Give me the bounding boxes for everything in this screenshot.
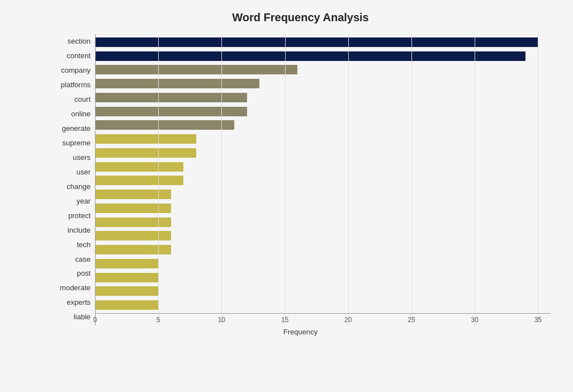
bar-row bbox=[95, 161, 551, 172]
bar-row bbox=[95, 244, 551, 256]
x-tick-label: 35 bbox=[534, 316, 542, 324]
bar-fill bbox=[95, 231, 171, 240]
bar-fill bbox=[95, 120, 234, 130]
bar-row bbox=[95, 258, 551, 269]
bar-row bbox=[95, 300, 551, 311]
y-axis-label: liable bbox=[50, 311, 95, 323]
bar-fill bbox=[95, 300, 158, 310]
bar-row bbox=[95, 64, 551, 75]
y-axis-label: protect bbox=[50, 210, 95, 221]
bar-fill bbox=[95, 65, 297, 74]
y-axis-label: post bbox=[50, 268, 95, 279]
y-axis-label: online bbox=[50, 108, 95, 120]
y-axis-label: generate bbox=[50, 123, 95, 134]
bar-row bbox=[95, 216, 551, 228]
y-axis-label: tech bbox=[50, 239, 95, 250]
bar-row bbox=[95, 106, 551, 117]
x-tick-label: 30 bbox=[471, 316, 478, 324]
bar-row bbox=[95, 286, 551, 297]
y-axis-label: year bbox=[50, 195, 95, 206]
y-axis-label: experts bbox=[50, 297, 95, 308]
bar-row bbox=[95, 92, 551, 103]
chart-plot-area: 05101520253035 bbox=[95, 34, 551, 325]
bar-fill bbox=[95, 79, 259, 88]
bar-row bbox=[95, 189, 551, 200]
y-axis-labels: sectioncontentcompanyplatformscourtonlin… bbox=[50, 34, 95, 325]
bar-row bbox=[95, 230, 551, 242]
x-axis-label: Frequency bbox=[50, 328, 551, 336]
y-axis-label: platforms bbox=[50, 79, 95, 91]
bar-fill bbox=[95, 245, 171, 254]
bar-fill bbox=[95, 51, 525, 61]
bar-fill bbox=[95, 162, 183, 172]
bar-row bbox=[95, 202, 551, 214]
x-tick-label: 20 bbox=[344, 316, 352, 324]
bar-fill bbox=[95, 273, 158, 282]
y-axis-label: section bbox=[50, 36, 95, 47]
x-tick-label: 0 bbox=[93, 316, 97, 324]
chart-container: Word Frequency Analysis sectioncontentco… bbox=[0, 0, 573, 392]
bar-row bbox=[95, 120, 551, 131]
bar-fill bbox=[95, 37, 538, 47]
bar-row bbox=[95, 147, 551, 158]
bars-container bbox=[95, 34, 551, 313]
y-axis-label: user bbox=[50, 166, 95, 177]
y-axis-label: moderate bbox=[50, 282, 95, 294]
x-axis: 05101520253035 bbox=[95, 313, 551, 325]
bar-fill bbox=[95, 148, 196, 158]
bar-row bbox=[95, 134, 551, 145]
bar-fill bbox=[95, 259, 158, 268]
bar-fill bbox=[95, 107, 247, 116]
y-axis-label: content bbox=[50, 50, 95, 62]
bar-fill bbox=[95, 218, 171, 227]
y-axis-label: users bbox=[50, 152, 95, 163]
bar-fill bbox=[95, 190, 171, 199]
bar-fill bbox=[95, 176, 183, 185]
bar-row bbox=[95, 175, 551, 186]
y-axis-label: case bbox=[50, 253, 95, 265]
x-tick-label: 15 bbox=[281, 316, 288, 324]
bar-fill bbox=[95, 286, 158, 296]
y-axis-label: change bbox=[50, 181, 95, 192]
bar-row bbox=[95, 36, 551, 48]
bar-row bbox=[95, 78, 551, 89]
bar-row bbox=[95, 50, 551, 62]
chart-title: Word Frequency Analysis bbox=[50, 11, 551, 24]
x-tick-label: 10 bbox=[218, 316, 225, 324]
bar-row bbox=[95, 272, 551, 283]
bar-fill bbox=[95, 204, 171, 213]
y-axis-label: supreme bbox=[50, 138, 95, 149]
y-axis-label: include bbox=[50, 224, 95, 235]
y-axis-label: court bbox=[50, 94, 95, 105]
x-tick-label: 5 bbox=[157, 316, 160, 324]
bar-fill bbox=[95, 134, 196, 144]
y-axis-label: company bbox=[50, 65, 95, 76]
x-tick-label: 25 bbox=[408, 316, 415, 324]
bar-fill bbox=[95, 93, 247, 102]
